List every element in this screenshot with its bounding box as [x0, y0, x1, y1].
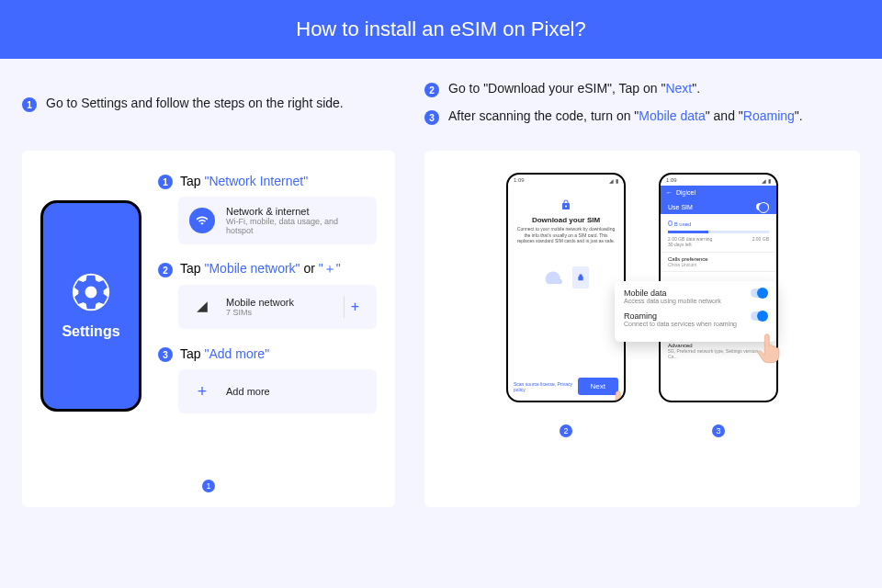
sim-icon [572, 266, 589, 288]
plus-icon[interactable]: + [344, 296, 366, 318]
calls-preference-row[interactable]: Calls preference China Unicom [661, 253, 776, 272]
link-mobile-data: Mobile data [639, 108, 705, 123]
instructions-row: 1 Go to Settings and follow the steps on… [22, 81, 860, 136]
pointer-hand-icon [754, 333, 782, 366]
card-subtitle: Wi-Fi, mobile, data usage, and hotspot [226, 217, 366, 235]
cell-signal-icon [189, 294, 215, 320]
settings-label: Settings [62, 323, 119, 340]
scan-link[interactable]: Scan source license, Privacy policy [514, 381, 578, 392]
panel-settings-steps: Settings 1 Tap "Network Internet" Networ… [22, 151, 395, 507]
card-title: Mobile network [226, 297, 333, 308]
illustration [515, 266, 616, 288]
download-title: Download your SIM [515, 216, 616, 224]
instruction-2: 2 Go to "Download your eSIM", Tap on "Ne… [424, 81, 860, 97]
toggle-popup: Mobile data Access data using mobile net… [615, 281, 776, 342]
instruction-3: 3 After scanning the code, turn on "Mobi… [424, 108, 860, 125]
carrier-header: ← Digicel [661, 186, 776, 199]
step-badge: 3 [424, 110, 439, 125]
page-title: How to install an eSIM on Pixel? [296, 17, 586, 41]
back-arrow-icon[interactable]: ← [666, 189, 673, 196]
card-add-more[interactable]: + Add more [178, 369, 377, 413]
cloud-icon [543, 270, 567, 285]
page-header: How to install an eSIM on Pixel? [0, 0, 882, 59]
instruction-1: 1 Go to Settings and follow the steps on… [22, 96, 395, 112]
toggle-icon[interactable] [751, 311, 767, 321]
mobile-data-toggle-row[interactable]: Mobile data Access data using mobile net… [624, 288, 767, 304]
card-title: Network & internet [226, 206, 366, 217]
substep-1: 1 Tap "Network Internet" Network & inter… [158, 173, 377, 244]
toggle-icon[interactable] [756, 203, 769, 210]
instruction-text: Go to "Download your eSIM", Tap on "Next… [448, 81, 700, 96]
card-mobile-network[interactable]: Mobile network 7 SIMs + [178, 285, 377, 329]
link-next: Next [665, 81, 692, 96]
panel-number-badge: 2 [560, 424, 572, 437]
card-subtitle: 7 SIMs [226, 308, 333, 317]
step-badge: 1 [22, 97, 37, 112]
plus-icon: + [189, 379, 215, 404]
step-badge: 1 [158, 175, 173, 189]
status-icons: ◢ ▮ [762, 177, 771, 184]
substep-2: 2 Tap "Mobile network" or "＋" Mobile net… [158, 261, 377, 329]
download-description: Connect to your mobile network by downlo… [515, 226, 616, 244]
link-roaming: Roaming [743, 108, 795, 123]
step-badge: 3 [158, 347, 173, 362]
wifi-icon [189, 208, 215, 233]
instruction-text: Go to Settings and follow the steps on t… [46, 96, 344, 110]
status-bar: 1:09 ◢ ▮ [508, 175, 624, 186]
use-sim-row[interactable]: Use SIM [661, 199, 776, 214]
pointer-hand-icon [605, 390, 626, 402]
card-title: Add more [226, 386, 366, 397]
substep-3: 3 Tap "Add more" + Add more [158, 345, 377, 413]
step-badge: 2 [158, 263, 173, 277]
status-icons: ◢ ▮ [609, 177, 618, 184]
phone-mock-download-sim: 1:09 ◢ ▮ Download your SIM Connect to yo… [506, 173, 626, 402]
phone-mock-settings: Settings [40, 200, 141, 412]
card-network-internet[interactable]: Network & internet Wi-Fi, mobile, data u… [178, 197, 377, 244]
data-usage-block: 0 B used 2.00 GB data warning 2.00 GB 30… [661, 214, 776, 253]
lock-icon [560, 198, 571, 211]
roaming-toggle-row[interactable]: Roaming Connect to data services when ro… [624, 311, 767, 327]
status-bar: 1:09 ◢ ▮ [661, 175, 776, 186]
panel-number-badge: 3 [712, 424, 725, 437]
gear-icon [71, 272, 111, 312]
panel-number-badge: 1 [202, 480, 215, 492]
toggle-icon[interactable] [751, 288, 767, 298]
instruction-text: After scanning the code, turn on "Mobile… [448, 108, 803, 123]
panel-phone-screens: 1:09 ◢ ▮ Download your SIM Connect to yo… [424, 151, 860, 507]
step-badge: 2 [424, 83, 439, 97]
